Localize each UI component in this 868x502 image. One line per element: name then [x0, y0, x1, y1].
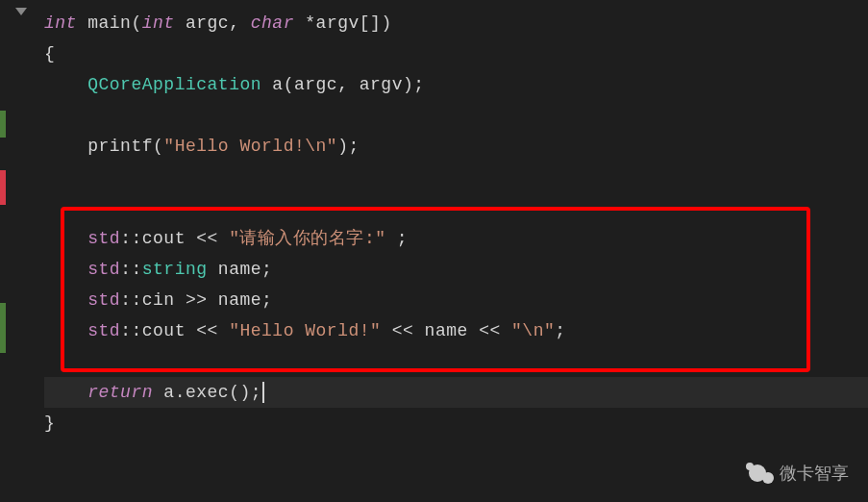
keyword-char: char — [251, 13, 294, 33]
type-name: QCoreApplication — [87, 75, 261, 94]
indent — [44, 321, 87, 340]
indent — [44, 260, 87, 279]
change-marker-deleted — [0, 170, 6, 205]
code-line[interactable] — [44, 192, 868, 223]
code-line[interactable]: std::string name; — [44, 254, 868, 285]
function-name: main — [77, 13, 132, 33]
stream-op: << — [196, 229, 229, 248]
keyword-int: int — [142, 13, 175, 33]
watermark-text: 微卡智享 — [780, 462, 849, 485]
keyword-int: int — [44, 13, 77, 33]
code-area[interactable]: int main(int argc, char *argv[]) { QCore… — [40, 0, 868, 502]
member: cin — [142, 290, 186, 310]
namespace: std — [87, 290, 120, 310]
indent — [44, 137, 87, 156]
editor-gutter — [0, 0, 40, 502]
indent — [44, 383, 87, 402]
member: cout — [142, 321, 197, 340]
brace-open: { — [44, 44, 55, 63]
namespace: std — [87, 321, 120, 340]
namespace: std — [87, 260, 120, 279]
code-line[interactable]: std::cout << "Hello World!" << name << "… — [44, 315, 868, 346]
code-text: ); — [337, 137, 360, 156]
namespace: std — [87, 229, 120, 248]
code-line[interactable]: printf("Hello World!\n"); — [44, 131, 868, 162]
paren: ) — [381, 13, 391, 33]
code-line[interactable]: } — [44, 408, 868, 439]
semicolon: ; — [386, 229, 409, 248]
stream-op: >> — [186, 290, 208, 310]
change-marker-added — [0, 111, 6, 138]
member: cout — [142, 229, 197, 248]
change-marker-added — [0, 303, 6, 353]
code-line[interactable]: std::cin >> name; — [44, 285, 868, 315]
keyword-return: return — [87, 383, 153, 402]
code-line-current[interactable]: return a.exec(); — [44, 377, 868, 408]
scope-op: :: — [120, 290, 142, 310]
string-literal: "请输入你的名字:" — [229, 229, 385, 248]
watermark: 微卡智享 — [749, 462, 849, 485]
fold-indicator-icon[interactable] — [15, 8, 27, 15]
code-text: a.exec(); — [153, 383, 261, 402]
string-literal: "Hello World!" — [229, 321, 381, 340]
code-line[interactable] — [44, 162, 868, 192]
scope-op: :: — [120, 321, 142, 340]
code-line[interactable] — [44, 100, 868, 131]
semicolon: ; — [555, 321, 565, 340]
wechat-icon — [749, 463, 774, 484]
scope-op: :: — [120, 229, 142, 248]
stream-op: << — [196, 321, 229, 340]
brace-close: } — [44, 414, 55, 433]
param: argc, — [175, 13, 251, 33]
code-line[interactable]: QCoreApplication a(argc, argv); — [44, 69, 868, 100]
string-literal: "\n" — [511, 321, 555, 340]
code-line[interactable]: { — [44, 38, 868, 69]
stream-op: << — [381, 321, 424, 340]
variable-decl: name; — [208, 260, 273, 279]
indent — [44, 75, 87, 94]
code-editor[interactable]: int main(int argc, char *argv[]) { QCore… — [0, 0, 868, 502]
param: *argv[] — [294, 13, 381, 33]
indent — [44, 290, 87, 310]
type-name: string — [142, 260, 208, 279]
variable: name — [425, 321, 468, 340]
code-line[interactable]: std::cout << "请输入你的名字:" ; — [44, 223, 868, 254]
stream-op: << — [468, 321, 511, 340]
variable: name; — [208, 290, 273, 310]
code-line[interactable] — [44, 346, 868, 377]
function-call: printf( — [87, 137, 163, 156]
paren: ( — [131, 13, 141, 33]
string-literal: "Hello World!\n" — [163, 137, 337, 156]
scope-op: :: — [120, 260, 142, 279]
code-text: a(argc, argv); — [261, 75, 425, 94]
indent — [44, 229, 87, 248]
text-cursor — [262, 382, 264, 403]
code-line[interactable]: int main(int argc, char *argv[]) — [44, 8, 868, 38]
